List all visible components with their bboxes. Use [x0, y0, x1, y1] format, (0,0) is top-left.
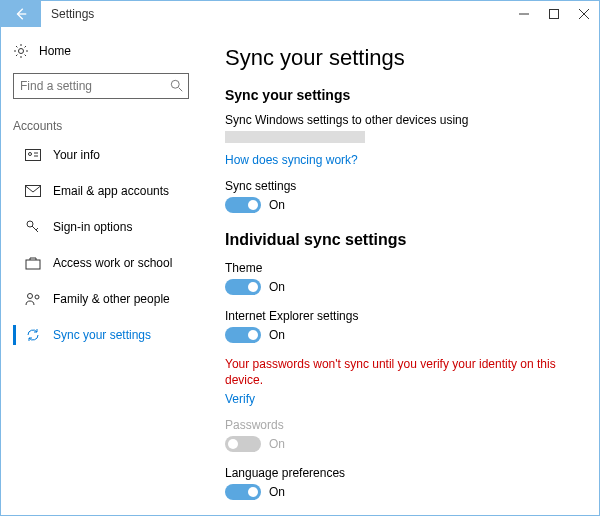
sidebar: Home Accounts Your info Email & app acco…: [1, 27, 201, 515]
svg-rect-15: [26, 260, 40, 269]
id-card-icon: [25, 147, 41, 163]
key-icon: [25, 219, 41, 235]
toggle-state: On: [269, 485, 285, 499]
individual-heading: Individual sync settings: [225, 231, 575, 249]
verify-link[interactable]: Verify: [225, 392, 255, 406]
sidebar-item-label: Email & app accounts: [53, 184, 169, 198]
sidebar-item-label: Sign-in options: [53, 220, 132, 234]
maximize-icon: [549, 9, 559, 19]
passwords-toggle: [225, 436, 261, 452]
svg-line-6: [179, 88, 183, 92]
sidebar-item-signin[interactable]: Sign-in options: [1, 209, 201, 245]
arrow-left-icon: [14, 7, 28, 21]
settings-window: Settings Home Accounts Your info: [0, 0, 600, 516]
ie-toggle[interactable]: [225, 327, 261, 343]
toggle-state: On: [269, 280, 285, 294]
section-heading: Sync your settings: [225, 87, 575, 103]
sidebar-item-family[interactable]: Family & other people: [1, 281, 201, 317]
back-button[interactable]: [1, 1, 41, 27]
search-input[interactable]: [13, 73, 189, 99]
home-button[interactable]: Home: [1, 37, 201, 65]
language-label: Language preferences: [225, 466, 575, 480]
home-label: Home: [39, 44, 71, 58]
language-toggle[interactable]: [225, 484, 261, 500]
mail-icon: [25, 183, 41, 199]
minimize-icon: [519, 9, 529, 19]
sync-icon: [25, 327, 41, 343]
theme-label: Theme: [225, 261, 575, 275]
svg-rect-7: [26, 150, 41, 161]
svg-point-8: [29, 153, 32, 156]
sidebar-item-label: Your info: [53, 148, 100, 162]
account-redacted: [225, 131, 365, 143]
toggle-state: On: [269, 437, 285, 451]
svg-rect-1: [550, 10, 559, 19]
svg-rect-11: [26, 186, 41, 197]
ease-label: Ease of Access: [225, 514, 575, 515]
toggle-state: On: [269, 198, 285, 212]
maximize-button[interactable]: [539, 1, 569, 27]
content-area: Home Accounts Your info Email & app acco…: [1, 27, 599, 515]
passwords-label: Passwords: [225, 418, 575, 432]
sidebar-item-email[interactable]: Email & app accounts: [1, 173, 201, 209]
sync-settings-label: Sync settings: [225, 179, 575, 193]
sidebar-item-label: Family & other people: [53, 292, 170, 306]
category-label: Accounts: [1, 107, 201, 137]
toggle-state: On: [269, 328, 285, 342]
theme-toggle[interactable]: [225, 279, 261, 295]
help-link[interactable]: How does syncing work?: [225, 153, 358, 167]
people-icon: [25, 291, 41, 307]
page-title: Sync your settings: [225, 45, 575, 71]
minimize-button[interactable]: [509, 1, 539, 27]
search-icon: [170, 78, 184, 94]
ie-label: Internet Explorer settings: [225, 309, 575, 323]
close-button[interactable]: [569, 1, 599, 27]
sidebar-item-label: Access work or school: [53, 256, 172, 270]
svg-point-16: [28, 294, 33, 299]
sync-description: Sync Windows settings to other devices u…: [225, 113, 575, 127]
close-icon: [579, 9, 589, 19]
sidebar-item-work[interactable]: Access work or school: [1, 245, 201, 281]
svg-point-17: [35, 295, 39, 299]
window-title: Settings: [41, 7, 94, 21]
svg-point-5: [171, 80, 179, 88]
sync-settings-toggle[interactable]: [225, 197, 261, 213]
svg-point-4: [19, 49, 24, 54]
sidebar-item-sync[interactable]: Sync your settings: [1, 317, 201, 353]
briefcase-icon: [25, 255, 41, 271]
titlebar: Settings: [1, 1, 599, 27]
sidebar-item-label: Sync your settings: [53, 328, 151, 342]
main-panel: Sync your settings Sync your settings Sy…: [201, 27, 599, 515]
sidebar-item-your-info[interactable]: Your info: [1, 137, 201, 173]
gear-icon: [13, 43, 29, 59]
password-warning: Your passwords won't sync until you veri…: [225, 357, 565, 388]
svg-line-14: [36, 228, 38, 230]
